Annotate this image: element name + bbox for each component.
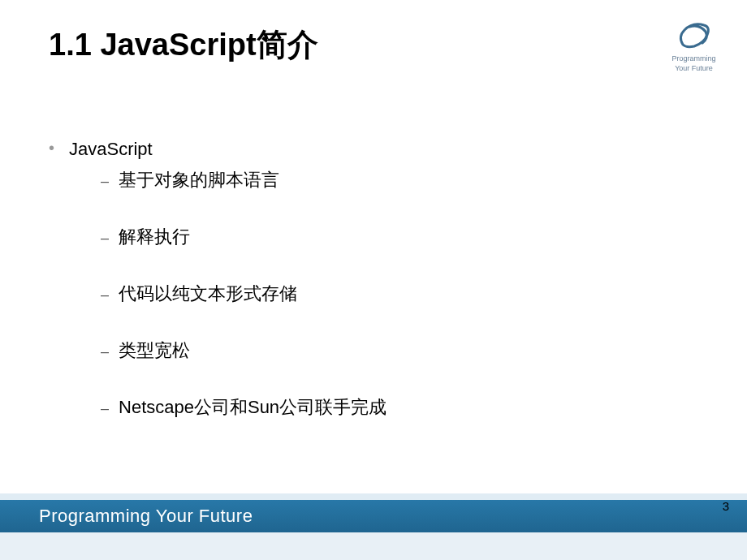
footer: Programming Your Future <box>0 493 747 560</box>
logo-text-line1: Programming <box>663 54 724 64</box>
logo-area: Programming Your Future <box>663 20 724 73</box>
sub-item-text: 类型宽松 <box>119 338 190 363</box>
sub-item-text: 代码以纯文本形式存储 <box>119 282 297 306</box>
logo-text-line2: Your Future <box>663 64 724 74</box>
dash-icon: – <box>101 174 109 188</box>
dash-icon: – <box>101 230 109 245</box>
slide-title: 1.1 JavaScript简介 <box>49 24 698 66</box>
bullet-list: • JavaScript <box>49 139 698 160</box>
sub-list: – 基于对象的脚本语言 – 解释执行 – 代码以纯文本形式存储 – 类型宽松 –… <box>49 168 698 420</box>
footer-band-main: Programming Your Future <box>0 500 747 532</box>
dash-icon: – <box>101 401 109 416</box>
sub-item-text: Netscape公司和Sun公司联手完成 <box>119 395 386 420</box>
sub-item-text: 基于对象的脚本语言 <box>119 168 279 192</box>
list-item: – 类型宽松 <box>101 338 698 363</box>
page-number: 3 <box>723 499 729 513</box>
logo-icon <box>675 20 714 51</box>
list-item: – 解释执行 <box>101 225 698 249</box>
slide-content: 1.1 JavaScript简介 Programming Your Future… <box>0 0 747 420</box>
footer-tagline: Programming Your Future <box>39 506 253 527</box>
bullet-dot-icon: • <box>49 140 54 156</box>
sub-item-text: 解释执行 <box>119 225 190 249</box>
footer-band-top <box>0 493 747 500</box>
dash-icon: – <box>101 287 109 302</box>
list-item: – 基于对象的脚本语言 <box>101 168 698 192</box>
footer-band-bottom <box>0 532 747 560</box>
top-bullet-text: JavaScript <box>69 139 153 160</box>
list-item: • JavaScript <box>49 139 698 160</box>
list-item: – 代码以纯文本形式存储 <box>101 282 698 306</box>
list-item: – Netscape公司和Sun公司联手完成 <box>101 395 698 420</box>
dash-icon: – <box>101 344 109 359</box>
